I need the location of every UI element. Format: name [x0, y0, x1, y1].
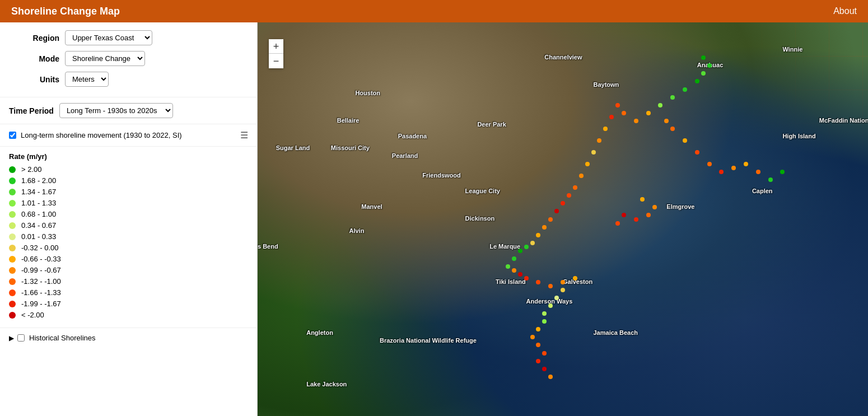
legend-dot	[9, 200, 16, 207]
legend-item: > 2.00	[9, 165, 248, 174]
legend-label: 0.68 - 1.00	[21, 210, 56, 218]
legend-dot	[9, 256, 16, 263]
time-period-select[interactable]: Long Term - 1930s to 2020sShort Term - 1…	[59, 103, 173, 118]
layer-menu-icon[interactable]: ☰	[240, 130, 248, 141]
legend-item: 1.34 - 1.67	[9, 188, 248, 196]
legend-label: 1.68 - 2.00	[21, 176, 56, 185]
time-period-row: Time Period Long Term - 1930s to 2020sSh…	[0, 97, 257, 124]
time-period-label: Time Period	[9, 106, 54, 115]
app-title: Shoreline Change Map	[11, 6, 120, 17]
legend-dot	[9, 278, 16, 285]
legend-dot	[9, 233, 16, 240]
region-select[interactable]: Upper Texas CoastLower Texas CoastCentra…	[65, 30, 152, 45]
main-layout: Region Upper Texas CoastLower Texas Coas…	[0, 22, 868, 416]
legend-title: Rate (m/yr)	[9, 152, 248, 161]
legend-label: -0.32 - 0.00	[21, 244, 59, 252]
legend-item: -1.32 - -1.00	[9, 277, 248, 286]
sidebar: Region Upper Texas CoastLower Texas Coas…	[0, 22, 258, 416]
legend-item: 1.68 - 2.00	[9, 176, 248, 185]
header: Shoreline Change Map About	[0, 0, 868, 22]
mode-control: Mode Shoreline ChangeErosion RateAccreti…	[9, 51, 248, 66]
legend-label: 1.01 - 1.33	[21, 199, 56, 207]
zoom-out-button[interactable]: −	[269, 54, 283, 68]
legend-item: 0.01 - 0.33	[9, 232, 248, 241]
legend-label: < -2.00	[21, 311, 44, 319]
legend-label: -1.32 - -1.00	[21, 277, 61, 286]
about-button[interactable]: About	[833, 6, 857, 16]
legend-item: -0.32 - 0.00	[9, 244, 248, 252]
layer-name: Long-term shoreline movement (1930 to 20…	[21, 131, 240, 139]
region-label: Region	[9, 34, 59, 43]
legend-dot	[9, 211, 16, 218]
legend-item: 1.01 - 1.33	[9, 199, 248, 207]
legend-items: > 2.001.68 - 2.001.34 - 1.671.01 - 1.330…	[9, 165, 248, 319]
expand-icon[interactable]: ▶	[9, 334, 14, 342]
map[interactable]: HoustonChannelviewBaytownBellairePasaden…	[258, 22, 868, 416]
legend-dot	[9, 301, 16, 307]
legend-dot	[9, 312, 16, 319]
legend-dot	[9, 166, 16, 173]
legend-item: 0.34 - 0.67	[9, 221, 248, 230]
legend-dot	[9, 289, 16, 296]
mode-label: Mode	[9, 54, 59, 63]
units-control: Units MetersFeet	[9, 72, 248, 87]
units-label: Units	[9, 75, 59, 84]
legend-label: -0.99 - -0.67	[21, 266, 61, 274]
legend-label: 0.01 - 0.33	[21, 232, 56, 241]
legend-item: < -2.00	[9, 311, 248, 319]
legend-label: > 2.00	[21, 165, 42, 174]
layer-checkbox[interactable]	[9, 132, 16, 139]
legend-item: -0.66 - -0.33	[9, 255, 248, 263]
historical-label: Historical Shorelines	[29, 334, 96, 342]
legend-label: 1.34 - 1.67	[21, 188, 56, 196]
units-select[interactable]: MetersFeet	[65, 72, 109, 87]
legend-item: -0.99 - -0.67	[9, 266, 248, 274]
mode-select[interactable]: Shoreline ChangeErosion RateAccretion Ra…	[65, 51, 145, 66]
legend-dot	[9, 222, 16, 229]
legend-label: -1.99 - -1.67	[21, 300, 61, 308]
zoom-controls: + −	[269, 39, 283, 68]
legend-label: -1.66 - -1.33	[21, 288, 61, 297]
region-control: Region Upper Texas CoastLower Texas Coas…	[9, 30, 248, 45]
legend-label: 0.34 - 0.67	[21, 221, 56, 230]
legend-item: -1.99 - -1.67	[9, 300, 248, 308]
legend-dot	[9, 267, 16, 274]
legend-item: 0.68 - 1.00	[9, 210, 248, 218]
historical-row: ▶ Historical Shorelines	[0, 328, 257, 348]
legend-dot	[9, 177, 16, 184]
legend-item: -1.66 - -1.33	[9, 288, 248, 297]
layer-toggle-row: Long-term shoreline movement (1930 to 20…	[0, 124, 257, 147]
legend-label: -0.66 - -0.33	[21, 255, 61, 263]
historical-checkbox[interactable]	[17, 334, 25, 342]
zoom-in-button[interactable]: +	[269, 39, 283, 54]
controls-section: Region Upper Texas CoastLower Texas Coas…	[0, 22, 257, 97]
legend-dot	[9, 245, 16, 251]
legend-section: Rate (m/yr) > 2.001.68 - 2.001.34 - 1.67…	[0, 147, 257, 328]
map-satellite-layer	[258, 22, 868, 416]
legend-dot	[9, 189, 16, 195]
